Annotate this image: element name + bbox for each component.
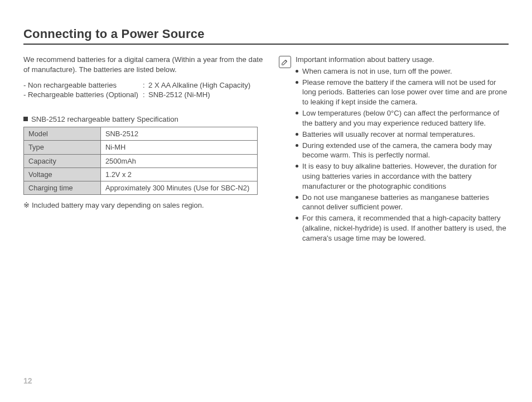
spec-key: Type (24, 141, 101, 154)
table-row: Charging time Approximately 300 Minutes … (24, 181, 258, 195)
table-row: Voltage 1.2V x 2 (24, 168, 258, 181)
spec-value: 2500mAh (101, 154, 258, 168)
note-icon (279, 56, 291, 68)
spec-value: Ni-MH (101, 141, 258, 154)
spec-key: Model (24, 127, 101, 141)
battery-line-value: SNB-2512 (Ni-MH) (148, 90, 210, 100)
reference-mark-icon: ※ (23, 200, 30, 210)
battery-lines: - Non rechargeable batteries : 2 X AA Al… (23, 80, 263, 100)
separator: : (143, 90, 148, 100)
list-item: Please remove the battery if the camera … (296, 78, 509, 107)
spec-table-header: SNB-2512 rechargeable battery Specificat… (23, 114, 263, 125)
list-item: Low temperatures (below 0°C) can affect … (296, 108, 509, 128)
footnote: ※Included battery may vary depending on … (23, 200, 263, 210)
spec-table: Model SNB-2512 Type Ni-MH Capacity 2500m… (23, 127, 258, 195)
table-row: Model SNB-2512 (24, 127, 258, 141)
table-row: Type Ni-MH (24, 141, 258, 154)
battery-line-label: - Rechargeable batteries (Optional) (23, 90, 143, 100)
list-item: It is easy to buy alkaline batteries. Ho… (296, 161, 509, 191)
columns: We recommend batteries for a digital cam… (23, 55, 509, 245)
document-page: Connecting to a Power Source We recommen… (0, 0, 532, 402)
battery-line-label: - Non rechargeable batteries (23, 80, 143, 90)
spec-value: 1.2V x 2 (101, 168, 258, 181)
spec-key: Voltage (24, 168, 101, 181)
note-block: Important information about battery usag… (279, 55, 509, 245)
footnote-text: Included battery may vary depending on s… (32, 201, 204, 209)
square-bullet-icon (23, 117, 28, 121)
page-number: 12 (23, 376, 32, 385)
note-lead: Important information about battery usag… (296, 55, 509, 65)
battery-line: - Non rechargeable batteries : 2 X AA Al… (23, 80, 263, 90)
page-title: Connecting to a Power Source (23, 27, 509, 41)
list-item: Batteries will usually recover at normal… (296, 130, 509, 140)
list-item: During extended use of the camera, the c… (296, 141, 509, 161)
list-item: When camera is not in use, turn off the … (296, 66, 509, 76)
battery-line: - Rechargeable batteries (Optional) : SN… (23, 90, 263, 100)
table-row: Capacity 2500mAh (24, 154, 258, 168)
note-bullets: When camera is not in use, turn off the … (296, 66, 509, 243)
separator: : (143, 80, 148, 90)
spec-key: Charging time (24, 181, 101, 195)
spec-key: Capacity (24, 154, 101, 168)
spec-value: SNB-2512 (101, 127, 258, 141)
note-text: Important information about battery usag… (296, 55, 509, 245)
list-item: For this camera, it recommended that a h… (296, 213, 509, 243)
spec-value: Approximately 300 Minutes (Use for SBC-N… (101, 181, 258, 195)
list-item: Do not use manganese batteries as mangan… (296, 193, 509, 213)
left-column: We recommend batteries for a digital cam… (23, 55, 263, 245)
spec-table-title: SNB-2512 rechargeable battery Specificat… (31, 115, 178, 123)
intro-text: We recommend batteries for a digital cam… (23, 55, 263, 75)
title-wrap: Connecting to a Power Source (23, 27, 509, 45)
battery-line-value: 2 X AA Alkaline (High Capacity) (148, 80, 250, 90)
right-column: Important information about battery usag… (279, 55, 509, 245)
